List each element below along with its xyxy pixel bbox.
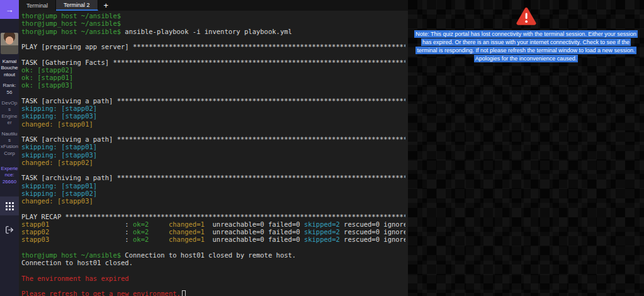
profile-role: DevOps Engineer [0, 100, 19, 127]
terminal-cursor [182, 290, 186, 296]
terminal-line: TASK [archiving a path] ****************… [21, 135, 405, 143]
new-tab-button[interactable]: + [98, 0, 115, 11]
terminal-text-segment: skipping: [stapp01] [21, 182, 97, 190]
terminal-text-segment: rescued=0 ignored=0 [340, 236, 405, 243]
terminal-line: stapp02 : ok=2 changed=1 unreachable=0 f… [21, 228, 405, 236]
terminal-text-segment: changed: [stapp03] [21, 197, 93, 205]
terminal-line: thor@jump_host ~/ansible$ ansible-playbo… [21, 28, 405, 35]
terminal-line [21, 50, 405, 58]
terminal-text-segment: TASK [archiving a path] ****************… [21, 174, 405, 181]
terminal-line: thor@jump_host ~/ansible$ [21, 20, 405, 27]
app-root: → Kamal Bouchentout Rank: 56 DevOps Engi… [0, 0, 644, 296]
terminal-line: changed: [stapp03] [21, 197, 405, 205]
expand-sidebar-button[interactable]: → [0, 0, 19, 19]
terminal-text-segment: : [49, 220, 133, 228]
terminal-text-segment: skipping: [stapp01] [21, 143, 97, 151]
warning-icon [408, 7, 644, 26]
terminal-text-segment: TASK [archiving a path] ****************… [21, 135, 405, 143]
terminal-line [21, 282, 405, 290]
tab-terminal[interactable]: Terminal [19, 0, 56, 11]
terminal-text-segment: PLAY RECAP *****************************… [21, 213, 405, 220]
terminal-text-segment [149, 236, 169, 243]
terminal-text-segment [149, 228, 169, 236]
terminal-text-segment: ok: [stapp02] [21, 66, 73, 74]
terminal-text-segment: thor@jump_host ~/ansible$ [21, 20, 121, 27]
terminal-line: PLAY [preparing app server] ************… [21, 43, 405, 50]
terminal-output[interactable]: thor@jump_host ~/ansible$thor@jump_host … [19, 11, 408, 296]
terminal-text-segment: thor@jump_host ~/ansible$ [21, 12, 121, 20]
terminal-text-segment: skipping: [stapp03] [21, 112, 97, 120]
terminal-text-segment: Connection to host01 closed. [21, 259, 133, 266]
terminal-text-segment: skipping: [stapp03] [21, 151, 97, 159]
terminal-text-segment: unreachable=0 failed=0 [205, 228, 304, 236]
terminal-text-segment: : [49, 236, 133, 243]
terminal-line: Please refresh to get a new environment. [21, 290, 405, 296]
terminal-line: TASK [archiving a path] ****************… [21, 174, 405, 181]
tab-terminal-label: Terminal [26, 3, 48, 9]
terminal-text-segment: stapp02 [21, 228, 49, 236]
terminal-text-segment: thor@jump_host ~/ansible$ [21, 251, 121, 259]
terminal-text-segment [149, 220, 169, 228]
terminal-text-segment: Please refresh to get a new environment. [21, 290, 181, 296]
terminal-text-segment: PLAY [preparing app server] ************… [21, 43, 405, 50]
terminal-text-segment: skipped=2 [304, 236, 340, 243]
terminal-line [21, 166, 405, 174]
profile-experience: Experience: 26660 [0, 166, 19, 185]
connectivity-note-text: Note: This quiz portal has lost connecti… [414, 30, 638, 62]
terminal-text-segment: ansible-playbook -i inventory playbook.y… [121, 28, 292, 35]
terminal-line: skipping: [stapp01] [21, 143, 405, 151]
terminal-text-segment: Connection to host01 closed by remote ho… [121, 251, 296, 259]
terminal-line: The environment has expired [21, 275, 405, 282]
terminal-text-segment: : [49, 228, 133, 236]
terminal-text-segment: ok: [stapp03] [21, 81, 73, 89]
connectivity-note: Note: This quiz portal has lost connecti… [412, 30, 640, 63]
logout-button[interactable] [5, 225, 14, 234]
terminal-text-segment: stapp01 [21, 220, 49, 228]
logout-icon [5, 225, 14, 234]
profile-company: Nautilus xFusion Corp [0, 131, 19, 157]
terminal-line: skipping: [stapp02] [21, 105, 405, 112]
terminal-text-segment: TASK [Gathering Facts] *****************… [21, 59, 405, 66]
terminal-line [21, 128, 405, 135]
terminal-text-segment: rescued=0 ignored=0 [340, 228, 405, 236]
tab-terminal-2-label: Terminal 2 [64, 2, 90, 8]
terminal-text-segment: ok: [stapp01] [21, 74, 73, 81]
terminal-text-segment: ok=2 [133, 236, 149, 243]
terminal-line: stapp03 : ok=2 changed=1 unreachable=0 f… [21, 236, 405, 243]
terminal-text-segment: ok=2 [133, 228, 149, 236]
terminal-line: changed: [stapp02] [21, 159, 405, 166]
terminal-text-segment: changed=1 [169, 220, 205, 228]
profile-rank: Rank: 56 [0, 83, 19, 96]
terminal-text-segment: skipping: [stapp02] [21, 105, 97, 112]
terminal-line: changed: [stapp01] [21, 120, 405, 128]
tab-terminal-2[interactable]: Terminal 2 [56, 0, 98, 11]
profile-sidebar: → Kamal Bouchentout Rank: 56 DevOps Engi… [0, 0, 19, 296]
terminal-text-segment: skipping: [stapp02] [21, 190, 97, 197]
terminal-text-segment: unreachable=0 failed=0 [205, 236, 304, 243]
terminal-line [21, 244, 405, 251]
terminal-text-segment: skipped=2 [304, 228, 340, 236]
terminal-line: Connection to host01 closed. [21, 259, 405, 266]
terminal-text-segment: stapp03 [21, 236, 49, 243]
terminal-text-segment: ok=2 [133, 220, 149, 228]
terminal-line [21, 266, 405, 274]
profile-photo [1, 33, 18, 54]
terminal-line: PLAY RECAP *****************************… [21, 213, 405, 220]
terminal-line [21, 205, 405, 212]
terminal-line: thor@jump_host ~/ansible$ Connection to … [21, 251, 405, 259]
terminal-line: skipping: [stapp03] [21, 112, 405, 120]
apps-grid-button[interactable] [0, 196, 19, 215]
terminal-line: skipping: [stapp02] [21, 190, 405, 197]
terminal-text-segment: thor@jump_host ~/ansible$ [21, 28, 121, 35]
profile-name: Kamal Bouchentout [0, 59, 19, 78]
terminal-line [21, 89, 405, 97]
terminal-text-segment: changed: [stapp02] [21, 159, 93, 166]
terminal-text-segment: TASK [archiving a path] ****************… [21, 97, 405, 105]
terminal-window: Terminal Terminal 2 + thor@jump_host ~/a… [19, 0, 408, 296]
terminal-line: thor@jump_host ~/ansible$ [21, 12, 405, 20]
terminal-line: TASK [archiving a path] ****************… [21, 97, 405, 105]
arrow-right-icon: → [6, 5, 14, 14]
terminal-text-segment: unreachable=0 failed=0 [205, 220, 304, 228]
terminal-line: skipping: [stapp03] [21, 151, 405, 159]
apps-grid-icon [6, 202, 8, 204]
